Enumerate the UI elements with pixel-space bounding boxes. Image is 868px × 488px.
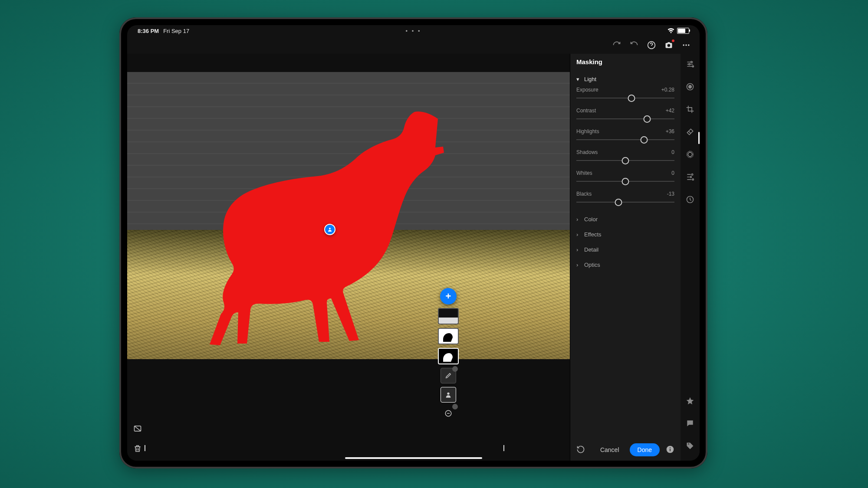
slider-shadows[interactable]: Shadows0 [576, 149, 674, 163]
status-time: 8:36 PM [138, 28, 159, 34]
mask-thumb-3[interactable] [438, 348, 459, 364]
masking-icon[interactable] [684, 148, 696, 160]
app-toolbar [127, 36, 700, 54]
mask-stack: + [438, 288, 459, 421]
color-icon[interactable] [684, 81, 696, 93]
slider-blacks[interactable]: Blacks-13 [576, 191, 674, 205]
mask-thumb-1[interactable] [438, 308, 459, 324]
right-tool-rail [681, 54, 700, 461]
svg-point-24 [692, 179, 694, 180]
photo [127, 72, 570, 359]
masked-subject-horse [179, 102, 457, 345]
subject-pin[interactable] [324, 224, 335, 235]
slider-whites[interactable]: Whites0 [576, 170, 674, 184]
more-icon[interactable] [681, 40, 691, 50]
svg-rect-7 [439, 318, 458, 324]
reset-icon[interactable] [576, 445, 585, 455]
svg-rect-14 [670, 447, 671, 448]
filmstrip[interactable] [145, 445, 552, 451]
home-indicator[interactable] [345, 457, 482, 459]
tag-icon[interactable] [684, 440, 696, 452]
add-mask-button[interactable]: + [440, 288, 457, 305]
section-optics[interactable]: ›Optics [576, 262, 674, 268]
adjust-icon[interactable] [684, 58, 696, 70]
svg-point-22 [691, 174, 693, 175]
section-light[interactable]: ▾Light [576, 76, 674, 82]
healing-icon[interactable] [684, 126, 696, 138]
info-icon[interactable] [666, 445, 674, 455]
compare-icon[interactable] [133, 424, 142, 435]
select-subject-tool[interactable] [441, 387, 456, 403]
redo-icon[interactable] [612, 40, 621, 50]
screen: 8:36 PM Fri Sep 17 • • • [127, 25, 700, 461]
status-bar: 8:36 PM Fri Sep 17 • • • [127, 25, 700, 36]
camera-icon[interactable] [664, 40, 674, 50]
tablet-frame: 8:36 PM Fri Sep 17 • • • [119, 17, 707, 468]
section-color[interactable]: ›Color [576, 216, 674, 223]
svg-point-4 [329, 228, 331, 229]
undo-icon[interactable] [629, 40, 639, 50]
battery-icon [677, 28, 689, 34]
status-date: Fri Sep 17 [163, 28, 189, 34]
svg-point-2 [685, 44, 687, 46]
section-effects[interactable]: ›Effects [576, 231, 674, 238]
svg-point-10 [447, 393, 449, 395]
svg-point-20 [688, 152, 692, 157]
section-detail[interactable]: ›Detail [576, 246, 674, 253]
svg-point-3 [688, 44, 689, 46]
svg-point-23 [690, 176, 691, 177]
comment-icon[interactable] [684, 417, 696, 429]
crop-icon[interactable] [684, 103, 696, 115]
mask-thumb-2[interactable] [438, 328, 459, 344]
svg-point-15 [691, 61, 692, 62]
panel-title: Masking [576, 58, 674, 66]
wifi-icon [667, 28, 674, 33]
subtract-tool[interactable] [441, 406, 456, 421]
svg-rect-13 [670, 449, 671, 451]
slider-exposure[interactable]: Exposure+0.28 [576, 87, 674, 101]
canvas[interactable]: + [127, 54, 570, 461]
slider-highlights[interactable]: Highlights+36 [576, 128, 674, 142]
trash-icon[interactable] [133, 444, 142, 455]
cancel-button[interactable]: Cancel [596, 443, 624, 456]
svg-point-16 [689, 63, 690, 65]
done-button[interactable]: Done [630, 443, 660, 456]
multitask-dots[interactable]: • • • [406, 28, 421, 34]
svg-point-19 [689, 85, 692, 88]
star-icon[interactable] [684, 395, 696, 407]
svg-point-1 [683, 44, 684, 46]
presets-icon[interactable] [684, 171, 696, 183]
slider-contrast[interactable]: Contrast+42 [576, 108, 674, 121]
masking-panel: Masking ▾Light Exposure+0.28 Contrast+42… [570, 54, 681, 461]
brush-tool[interactable] [441, 368, 456, 383]
help-icon[interactable] [647, 40, 656, 50]
versions-icon[interactable] [684, 193, 696, 206]
